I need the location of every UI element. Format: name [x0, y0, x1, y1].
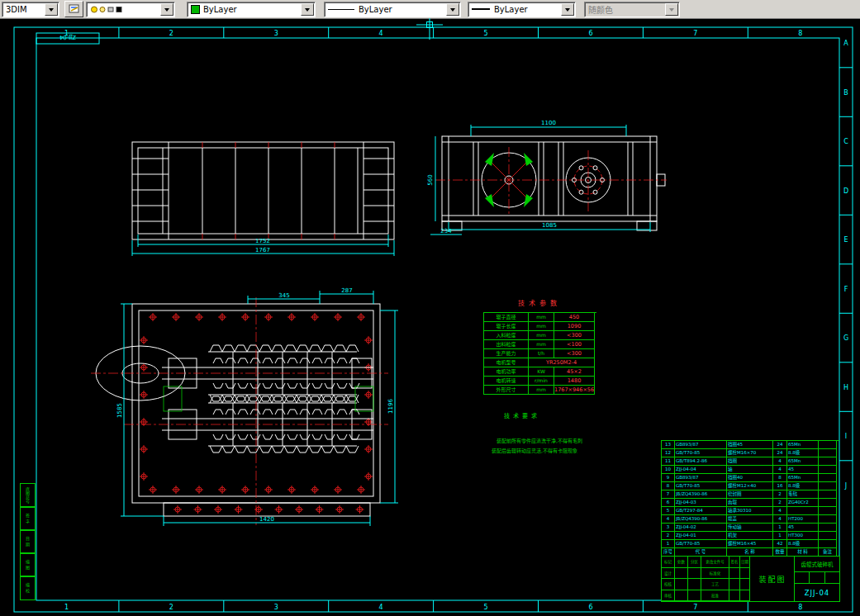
tech-params-row: 入料粒度mm<300: [484, 331, 596, 340]
title-block-row: 标记处数分区更改文件号签名日期: [662, 557, 751, 568]
zone-numbers-top: 12345678: [64, 27, 802, 38]
svg-text:2: 2: [169, 30, 173, 37]
bom-row: 13GB893/87挡圈452465Mn: [662, 441, 839, 449]
lineweight-value: ByLayer: [494, 5, 528, 14]
top-view-drawing: 1752 1767: [132, 142, 394, 256]
tech-params-row: 辊子长度mm1090: [484, 322, 596, 331]
chevron-down-icon[interactable]: [446, 3, 459, 16]
dim-style-value: 3DIM: [6, 5, 27, 14]
svg-text:A: A: [843, 40, 848, 47]
tech-params-row: 生产能力t/h<300: [484, 349, 596, 358]
crosshair-cursor: [416, 18, 443, 40]
title-block-view-name: 装配图: [751, 557, 795, 601]
bom-table: 13GB893/87挡圈452465Mn12GB/T70-85螺栓M16×702…: [661, 440, 839, 557]
chevron-down-icon[interactable]: [561, 3, 574, 16]
svg-text:D: D: [843, 187, 848, 195]
layer-combo[interactable]: [86, 2, 175, 17]
tech-notes-line: 装配前所有零件应清洗干净,不得有毛刺: [497, 437, 582, 444]
dim-label: 234: [440, 228, 452, 235]
linetype-sample-icon: [328, 9, 354, 10]
margin-box: 日 期: [20, 529, 36, 554]
svg-text:E: E: [843, 236, 848, 244]
svg-text:B: B: [843, 89, 848, 97]
title-block-row: 设计标准化: [662, 568, 751, 580]
dim-label: 1752: [255, 238, 270, 244]
svg-text:J: J: [844, 482, 847, 490]
layer-status-icons: [90, 5, 123, 14]
bom-row: 9GB893/87挡圈40865Mn: [662, 474, 839, 482]
zone-letters-right: ABCDEFGHIJ: [839, 40, 853, 490]
object-properties-toolbar: 3DIM ByLayer ByLayer ByLayer 随颜色: [0, 0, 860, 19]
linetype-combo[interactable]: ByLayer: [324, 2, 461, 17]
title-block-drawing-no: ZJJ-04: [795, 584, 839, 601]
svg-text:1: 1: [64, 604, 69, 611]
tech-params-row: 电机功率KW45×2: [484, 367, 596, 377]
bom-row: 6ZJJ-04-03齿辊2ZG40Cr2: [662, 499, 839, 507]
svg-text:3: 3: [274, 30, 278, 37]
tech-notes-title: 技术要求: [504, 411, 540, 419]
chevron-down-icon[interactable]: [160, 3, 173, 16]
dim-label: 1420: [259, 516, 274, 523]
color-swatch: [191, 5, 200, 14]
bom-row: 12GB/T70-85螺栓M16×70248.8级: [662, 449, 839, 457]
bom-row: 3ZJJ-04-02传动轴145: [662, 524, 839, 532]
lineweight-combo[interactable]: ByLayer: [468, 2, 576, 17]
tech-params-title: 技术参数: [483, 298, 596, 307]
tech-notes-line: 装配后齿辊转动应灵活,不得有卡阻现象: [492, 447, 577, 454]
svg-text:2: 2: [169, 604, 173, 611]
svg-text:7: 7: [693, 30, 697, 37]
bom-row: 11GB/T894.2-86挡圈465Mn: [662, 457, 839, 466]
title-block-mini-cells: [795, 572, 839, 584]
svg-text:C: C: [843, 138, 848, 145]
sheet-code-label: ZJJ-04: [59, 34, 76, 40]
title-block-row: 校核工艺: [662, 579, 751, 590]
chevron-down-icon: [665, 3, 678, 16]
dim-label: 345: [278, 292, 289, 299]
svg-text:6: 6: [588, 30, 592, 37]
margin-box: 描 图: [20, 552, 36, 577]
plan-view-drawing: 345 287 1420 1196 1585: [91, 287, 398, 526]
dim-style-combo[interactable]: 3DIM: [2, 2, 59, 17]
bom-row: 5GB/T297-84轴承303104: [662, 507, 839, 515]
tech-params-row: 外形尺寸mm1767×946×560: [484, 386, 596, 395]
dim-label: 287: [341, 287, 352, 294]
dim-label: 560: [427, 174, 434, 185]
bom-row: 8GB/T70-85螺栓M12×40168.8级: [662, 482, 839, 490]
tech-params-table: 辊子直径mm450辊子长度mm1090入料粒度mm<300出料粒度mm<100生…: [483, 312, 596, 395]
tech-params-row: 出料粒度mm<100: [484, 340, 596, 349]
dim-label: 1085: [542, 222, 557, 229]
chevron-down-icon[interactable]: [45, 3, 58, 16]
color-combo[interactable]: ByLayer: [187, 2, 316, 17]
zone-numbers-bottom: 12345678: [64, 600, 802, 612]
tech-params-row: 电机转速r/min1480: [484, 377, 596, 386]
chevron-down-icon[interactable]: [301, 3, 314, 16]
bom-row: 1GB/T70-85螺栓M16×45428.8级: [662, 540, 839, 548]
svg-text:4: 4: [379, 30, 383, 37]
svg-text:8: 8: [798, 604, 802, 611]
svg-text:3: 3: [274, 604, 278, 611]
svg-text:4: 4: [379, 604, 383, 611]
bom-row: 2ZJJ-04-01机架1HT300: [662, 532, 839, 540]
svg-text:I: I: [845, 433, 847, 440]
svg-text:7: 7: [693, 604, 697, 611]
bom-row: 4JB/ZQ4390-86端盖4HT200: [662, 515, 839, 524]
dim-label: 1100: [541, 120, 556, 126]
svg-text:6: 6: [588, 604, 592, 611]
svg-text:G: G: [843, 334, 848, 342]
svg-text:5: 5: [484, 604, 488, 611]
side-view-drawing: 1100 1085 234 560: [427, 120, 667, 235]
bom-row: 7JB/ZQ4390-86密封圈2毛毡: [662, 490, 839, 499]
title-block: 标记处数分区更改文件号签名日期设计标准化校核工艺审核批准 装配图 齿辊式破碎机 …: [661, 556, 840, 602]
linetype-value: ByLayer: [359, 5, 392, 14]
plotstyle-combo: 随颜色: [584, 2, 680, 17]
svg-text:F: F: [844, 286, 848, 293]
svg-text:H: H: [843, 384, 848, 391]
margin-box: 描 校: [20, 576, 36, 600]
make-object-layer-current-button[interactable]: [64, 1, 83, 17]
plotstyle-value: 随颜色: [588, 3, 613, 16]
color-value: ByLayer: [203, 5, 237, 14]
tech-params-row: 辊子直径mm450: [484, 313, 596, 322]
dim-label: 1585: [116, 403, 123, 418]
dim-label: 1767: [255, 247, 270, 254]
svg-text:5: 5: [484, 30, 488, 37]
